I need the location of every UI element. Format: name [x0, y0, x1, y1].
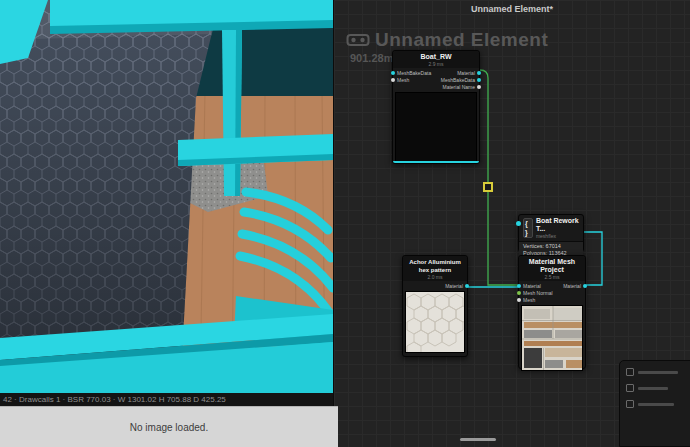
pin-label: Mesh — [397, 77, 409, 83]
pin-mesh-in[interactable]: Mesh — [520, 297, 535, 303]
node-subtitle: 2.0 ms — [406, 274, 464, 280]
pin-dot[interactable] — [391, 71, 395, 75]
node-title: Material Mesh Project — [522, 258, 582, 274]
pin-label: Material Name — [442, 84, 475, 90]
node-title: Achor Alluminium hex pattern — [406, 258, 464, 274]
node-title: Boat_RW — [396, 53, 476, 61]
node-subtitle: 2.5 ms — [522, 274, 582, 280]
grid-icon — [626, 384, 634, 392]
watermark: Unnamed Element — [346, 29, 548, 51]
node-header[interactable]: Boat_RW 2.9 ms — [393, 51, 479, 68]
pin-dot[interactable] — [517, 284, 521, 288]
panel-row[interactable] — [626, 384, 684, 392]
node-title: Boat Rework T... — [536, 217, 579, 233]
viewport-status-bar: 42 · Drawcalls 1 · BSR 770.03 · W 1301.0… — [0, 393, 333, 406]
pin-label: Material — [523, 283, 541, 289]
node-editor-canvas[interactable]: Unnamed Element* Unnamed Element 901.28m… — [333, 0, 690, 447]
node-header[interactable]: Achor Alluminium hex pattern 2.0 ms — [403, 256, 467, 281]
pin-label: MeshBakeData — [441, 77, 475, 83]
pin-dot[interactable] — [516, 221, 521, 226]
pin-dot[interactable] — [517, 291, 521, 295]
pin-material-in[interactable]: Material — [520, 283, 541, 289]
watermark-scale: 901.28m — [350, 52, 393, 64]
pin-dot[interactable] — [465, 284, 469, 288]
scene-render — [0, 0, 333, 393]
panel-row-label — [638, 371, 678, 374]
render-stats: 42 · Drawcalls 1 · BSR 770.03 · W 1301.0… — [3, 395, 226, 404]
node-subtitle: meshflex — [536, 233, 579, 239]
pin-dot[interactable] — [583, 284, 587, 288]
pin-dot[interactable] — [477, 71, 481, 75]
3d-viewport[interactable] — [0, 0, 333, 393]
pin-label: Material — [457, 70, 475, 76]
node-boat-rework[interactable]: { } Boat Rework T... meshflex Vertices: … — [518, 214, 584, 252]
vertices-stat: Vertices: 67014 — [523, 243, 579, 250]
panel-row[interactable] — [626, 368, 684, 376]
node-achor-alluminium[interactable]: Achor Alluminium hex pattern 2.0 ms Mate… — [402, 255, 468, 357]
baked-texture-preview — [521, 305, 583, 371]
horizontal-scrollbar[interactable] — [460, 438, 496, 441]
pin-label: Mesh Normal — [523, 290, 553, 296]
node-subtitle: 2.9 ms — [396, 61, 476, 67]
node-boat-rw[interactable]: Boat_RW 2.9 ms MeshBakeData Material Mes… — [392, 50, 480, 164]
node-header[interactable]: Material Mesh Project 2.5 ms — [519, 256, 585, 281]
no-image-message: No image loaded. — [130, 422, 208, 433]
node-accent-edge — [393, 161, 479, 163]
pin-label: Mesh — [523, 297, 535, 303]
pin-meshbakedata-out[interactable]: MeshBakeData — [441, 77, 478, 83]
pin-dot[interactable] — [477, 85, 481, 89]
pin-mesh-normal-in[interactable]: Mesh Normal — [520, 290, 553, 296]
editor-tab-title: Unnamed Element* — [334, 4, 690, 14]
image-preview-panel: No image loaded. — [0, 406, 338, 447]
node-preview — [395, 92, 477, 162]
pin-dot[interactable] — [477, 78, 481, 82]
pin-dot[interactable] — [391, 78, 395, 82]
grid-icon — [626, 400, 634, 408]
pin-meshbakedata-in[interactable]: MeshBakeData — [394, 70, 431, 76]
pin-material-out[interactable]: Material — [445, 283, 466, 289]
pin-mesh-in[interactable]: Mesh — [394, 77, 409, 83]
reroute-node[interactable] — [484, 183, 492, 191]
panel-row[interactable] — [626, 400, 684, 408]
pin-label: MeshBakeData — [397, 70, 431, 76]
pin-dot[interactable] — [517, 298, 521, 302]
pin-material-out[interactable]: Material — [563, 283, 584, 289]
grid-icon — [626, 368, 634, 376]
pin-label: Material — [563, 283, 581, 289]
pin-material-name-out[interactable]: Material Name — [442, 84, 478, 90]
node-material-mesh-project[interactable]: Material Mesh Project 2.5 ms Material Ma… — [518, 255, 586, 369]
context-panel[interactable] — [619, 360, 690, 447]
panel-row-label — [638, 403, 674, 406]
pin-material-out[interactable]: Material — [457, 70, 478, 76]
app-window: 42 · Drawcalls 1 · BSR 770.03 · W 1301.0… — [0, 0, 690, 447]
braces-icon: { } — [523, 218, 533, 238]
watermark-title: Unnamed Element — [375, 29, 548, 51]
material-preview — [405, 291, 465, 353]
goggles-icon — [346, 32, 370, 48]
panel-row-label — [638, 387, 668, 390]
pin-label: Material — [445, 283, 463, 289]
